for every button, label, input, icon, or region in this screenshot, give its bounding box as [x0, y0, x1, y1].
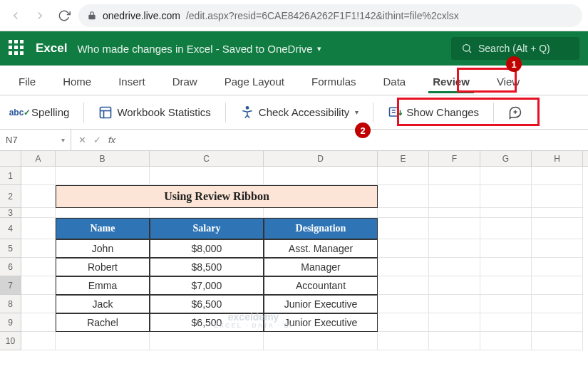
- cell[interactable]: [21, 167, 56, 185]
- col-header-C[interactable]: C: [150, 151, 264, 166]
- cell[interactable]: [532, 332, 583, 350]
- address-bar[interactable]: onedrive.live.com/edit.aspx?resid=6CAE84…: [78, 4, 582, 27]
- row-header-7[interactable]: 7: [0, 276, 21, 295]
- cell[interactable]: [378, 167, 429, 185]
- table-cell[interactable]: Junior Executive: [264, 295, 378, 313]
- select-all-corner[interactable]: [0, 151, 21, 166]
- table-cell[interactable]: Robert: [56, 258, 150, 276]
- row-header-1[interactable]: 1: [0, 167, 21, 185]
- tab-home[interactable]: Home: [51, 70, 103, 95]
- cell[interactable]: [532, 295, 583, 313]
- cell[interactable]: [532, 276, 583, 295]
- col-designation-header[interactable]: Designation: [264, 218, 378, 239]
- col-header-H[interactable]: H: [532, 151, 583, 166]
- cell[interactable]: [480, 167, 532, 185]
- cell[interactable]: [56, 167, 150, 185]
- cancel-icon[interactable]: ✕: [78, 135, 86, 145]
- show-changes-button[interactable]: Show Changes: [382, 103, 485, 122]
- new-comment-button[interactable]: [502, 103, 528, 122]
- table-cell[interactable]: Accountant: [264, 276, 378, 295]
- cell[interactable]: [264, 208, 378, 218]
- cell[interactable]: [150, 167, 264, 185]
- cell[interactable]: [429, 332, 480, 350]
- tab-formulas[interactable]: Formulas: [300, 70, 368, 95]
- col-header-E[interactable]: E: [378, 151, 429, 166]
- cell[interactable]: [378, 313, 429, 332]
- row-header-3[interactable]: 3: [0, 208, 21, 218]
- table-cell[interactable]: Emma: [56, 276, 150, 295]
- cell[interactable]: [480, 185, 532, 208]
- cell[interactable]: [429, 208, 480, 218]
- row-header-6[interactable]: 6: [0, 258, 21, 276]
- tab-page-layout[interactable]: Page Layout: [213, 70, 296, 95]
- cell[interactable]: [480, 276, 532, 295]
- cell[interactable]: [429, 258, 480, 276]
- cell[interactable]: [21, 295, 56, 313]
- row-header-10[interactable]: 10: [0, 332, 21, 350]
- table-cell[interactable]: $8,500: [150, 258, 264, 276]
- cell[interactable]: [429, 239, 480, 258]
- col-salary-header[interactable]: Salary: [150, 218, 264, 239]
- table-cell[interactable]: Junior Executive: [264, 313, 378, 332]
- cell[interactable]: [532, 208, 583, 218]
- row-header-2[interactable]: 2: [0, 185, 21, 208]
- workbook-statistics-button[interactable]: Workbook Statistics: [93, 103, 216, 122]
- cell[interactable]: [378, 295, 429, 313]
- col-header-B[interactable]: B: [56, 151, 150, 166]
- cell[interactable]: [378, 185, 429, 208]
- cell[interactable]: [429, 167, 480, 185]
- row-header-9[interactable]: 9: [0, 313, 21, 332]
- table-cell[interactable]: $6,500: [150, 313, 264, 332]
- cell[interactable]: [150, 332, 264, 350]
- spelling-button[interactable]: abc✓ Spelling: [7, 103, 75, 122]
- cell[interactable]: [429, 218, 480, 239]
- col-header-F[interactable]: F: [429, 151, 480, 166]
- cell[interactable]: [429, 185, 480, 208]
- fx-icon[interactable]: fx: [108, 135, 115, 145]
- cell[interactable]: [480, 258, 532, 276]
- tab-review[interactable]: Review: [421, 70, 481, 95]
- spreadsheet-grid[interactable]: A B C D E F G H 1 2 Using Review Ribbon …: [0, 151, 588, 350]
- cell[interactable]: [532, 185, 583, 208]
- table-cell[interactable]: Jack: [56, 295, 150, 313]
- cell[interactable]: [532, 167, 583, 185]
- cell[interactable]: [429, 313, 480, 332]
- cell[interactable]: [150, 208, 264, 218]
- cell[interactable]: [56, 332, 150, 350]
- col-name-header[interactable]: Name: [56, 218, 150, 239]
- col-header-G[interactable]: G: [480, 151, 532, 166]
- table-title[interactable]: Using Review Ribbon: [56, 185, 378, 208]
- table-cell[interactable]: $6,500: [150, 295, 264, 313]
- row-header-8[interactable]: 8: [0, 295, 21, 313]
- cell[interactable]: [480, 208, 532, 218]
- cell[interactable]: [378, 239, 429, 258]
- tab-insert[interactable]: Insert: [107, 70, 157, 95]
- cell[interactable]: [532, 313, 583, 332]
- col-header-A[interactable]: A: [21, 151, 56, 166]
- row-header-4[interactable]: 4: [0, 218, 21, 239]
- reload-button[interactable]: [54, 6, 74, 26]
- tab-data[interactable]: Data: [371, 70, 417, 95]
- cell[interactable]: [480, 295, 532, 313]
- cell[interactable]: [480, 332, 532, 350]
- forward-button[interactable]: [30, 6, 50, 26]
- cell[interactable]: [56, 208, 150, 218]
- cell[interactable]: [480, 239, 532, 258]
- table-cell[interactable]: Rachel: [56, 313, 150, 332]
- cell[interactable]: [21, 313, 56, 332]
- cell[interactable]: [429, 276, 480, 295]
- confirm-icon[interactable]: ✓: [93, 135, 101, 145]
- table-cell[interactable]: $8,000: [150, 239, 264, 258]
- cell[interactable]: [480, 313, 532, 332]
- tab-file[interactable]: File: [7, 70, 47, 95]
- cell[interactable]: [378, 258, 429, 276]
- table-cell[interactable]: Manager: [264, 258, 378, 276]
- back-button[interactable]: [6, 6, 26, 26]
- cell[interactable]: [480, 218, 532, 239]
- cell[interactable]: [21, 332, 56, 350]
- cell[interactable]: [21, 185, 56, 208]
- cell[interactable]: [532, 239, 583, 258]
- document-title[interactable]: Who made changes in Excel - Saved to One…: [77, 43, 321, 55]
- tab-draw[interactable]: Draw: [161, 70, 209, 95]
- cell[interactable]: [378, 208, 429, 218]
